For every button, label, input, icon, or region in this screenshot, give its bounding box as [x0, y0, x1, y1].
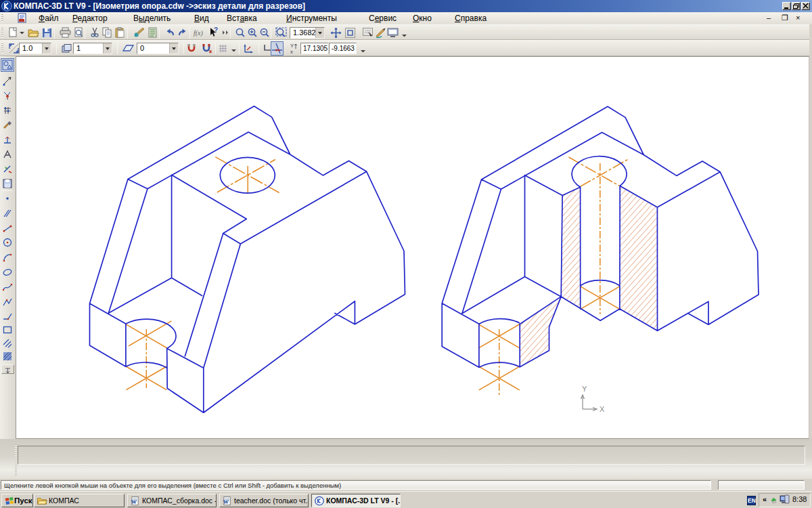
svg-text:W: W [223, 499, 229, 505]
svg-text:X: X [600, 405, 605, 413]
svg-text:f(x): f(x) [194, 29, 204, 37]
svg-text:Y: Y [582, 385, 587, 393]
svg-text:Y: Y [290, 43, 294, 49]
svg-text:W: W [131, 499, 137, 505]
svg-text:x: x [290, 49, 293, 55]
svg-text:?: ? [214, 26, 218, 34]
